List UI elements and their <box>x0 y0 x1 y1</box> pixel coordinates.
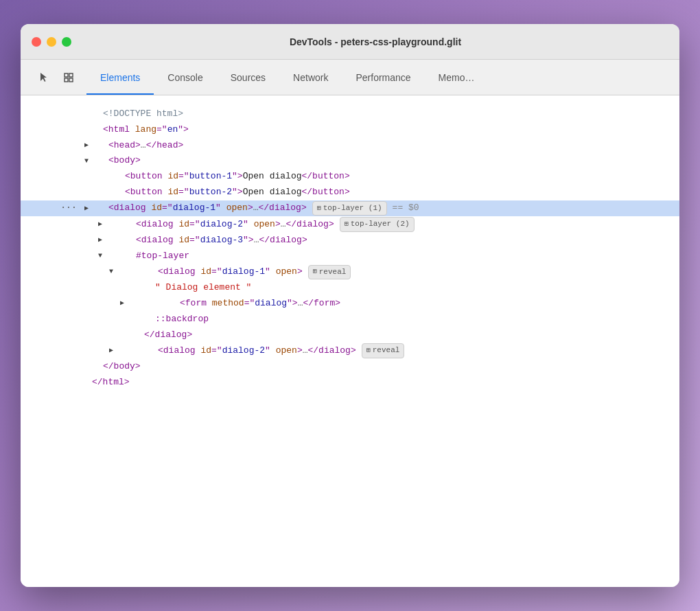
badge-grid-icon-3: ⊞ <box>313 266 317 277</box>
dialog2-line[interactable]: ▶ <dialog id="dialog-2" open>…</dialog> … <box>21 216 679 233</box>
devtools-window: DevTools - peters-css-playground.glit El… <box>21 24 679 587</box>
form-line[interactable]: ▶ <form method="dialog">…</form> <box>21 296 679 312</box>
dialog2-toplayer-line[interactable]: ▶ <dialog id="dialog-2" open>…</dialog> … <box>21 343 679 359</box>
svg-rect-2 <box>65 78 68 82</box>
svg-rect-3 <box>69 78 73 82</box>
head-line[interactable]: ▶ <head>…</head> <box>21 138 679 154</box>
traffic-lights <box>32 37 71 47</box>
dialog1-expanded-line[interactable]: ▼ <dialog id="dialog-1" open> ⊞ reveal <box>21 264 679 281</box>
button1-line: <button id="button-1">Open dialog</butto… <box>21 169 679 185</box>
tab-memory[interactable]: Memo… <box>425 60 489 95</box>
reveal-badge-2[interactable]: ⊞ reveal <box>362 343 405 358</box>
maximize-button[interactable] <box>62 37 71 47</box>
dialog1-line[interactable]: ··· ▶ <dialog id="dialog-1" open>…</dial… <box>21 200 679 217</box>
svg-rect-0 <box>65 73 68 77</box>
cursor-tool-button[interactable] <box>34 68 54 87</box>
tab-performance[interactable]: Performance <box>342 60 424 95</box>
html-close-line: </html> <box>21 375 679 391</box>
html-open-line: <html lang="en"> <box>21 122 679 138</box>
badge-grid-icon-2: ⊞ <box>345 219 349 230</box>
backdrop-line[interactable]: ::backdrop <box>21 312 679 327</box>
doctype-line: <!DOCTYPE html> <box>21 106 679 122</box>
tab-network[interactable]: Network <box>279 60 342 95</box>
body-close-line: </body> <box>21 359 679 375</box>
elements-panel: <!DOCTYPE html> <html lang="en"> ▶ <head… <box>21 95 679 587</box>
dialog-text-line: " Dialog element " <box>21 280 679 296</box>
tab-toolbar <box>26 60 86 95</box>
tabbar: Elements Console Sources Network Perform… <box>21 60 679 95</box>
minimize-button[interactable] <box>47 37 56 47</box>
reveal-badge-1[interactable]: ⊞ reveal <box>308 265 351 280</box>
dialog3-line[interactable]: ▶ <dialog id="dialog-3">…</dialog> <box>21 233 679 249</box>
tab-elements[interactable]: Elements <box>86 60 154 95</box>
dollar-sign: == $0 <box>393 201 419 216</box>
top-layer-line[interactable]: ▼ #top-layer <box>21 249 679 264</box>
tab-console[interactable]: Console <box>154 60 216 95</box>
svg-rect-1 <box>69 73 73 77</box>
top-layer-badge-2[interactable]: ⊞ top-layer (2) <box>340 217 415 232</box>
titlebar: DevTools - peters-css-playground.glit <box>21 24 679 60</box>
badge-grid-icon: ⊞ <box>317 203 321 214</box>
window-title: DevTools - peters-css-playground.glit <box>82 36 668 47</box>
button2-line: <button id="button-2">Open dialog</butto… <box>21 185 679 200</box>
top-layer-badge-1[interactable]: ⊞ top-layer (1) <box>312 201 387 216</box>
layers-tool-button[interactable] <box>59 68 78 87</box>
close-button[interactable] <box>32 37 41 47</box>
tab-sources[interactable]: Sources <box>217 60 279 95</box>
badge-grid-icon-4: ⊞ <box>366 345 371 356</box>
body-open-line[interactable]: ▼ <body> <box>21 153 679 169</box>
dialog-close-line: </dialog> <box>21 327 679 343</box>
